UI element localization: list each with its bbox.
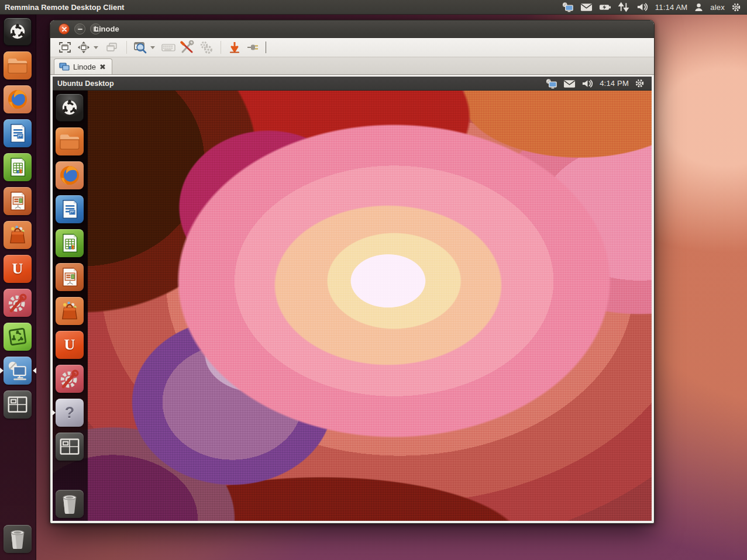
window-minimize-button[interactable]: [74, 23, 85, 34]
remmina-running-arrow: [0, 368, 4, 374]
trash-icon: [56, 490, 84, 518]
remmina-toolbar: [50, 38, 654, 57]
launcher-item-remmina[interactable]: [4, 357, 33, 386]
ubuntu-one-letter: U: [64, 336, 75, 354]
system-settings-icon: [56, 365, 84, 393]
remote-panel-title: Ubuntu Desktop: [53, 79, 114, 88]
launcher-item-firefox[interactable]: [4, 85, 33, 115]
host-unity-launcher: U: [0, 15, 36, 560]
volume-indicator-icon[interactable]: [581, 78, 594, 89]
launcher-item-workspace-switcher[interactable]: [4, 390, 33, 420]
trash-icon: [4, 525, 32, 553]
firefox-icon: [56, 161, 84, 189]
remote-desktop-indicator-icon[interactable]: [545, 78, 557, 89]
files-folder-icon: [56, 127, 84, 155]
remote-wallpaper: [53, 91, 652, 522]
ubuntu-one-icon: U: [56, 331, 84, 359]
remote-indicator-tray: 4:14 PM: [545, 78, 652, 89]
remote-launcher-item-writer[interactable]: [56, 195, 85, 224]
unknown-app-icon: ?: [56, 399, 84, 427]
minimize-to-tray-button[interactable]: [226, 40, 243, 56]
duplicate-connection-button[interactable]: [103, 40, 121, 56]
ubuntu-dash-icon: [56, 94, 84, 122]
scaled-mode-button[interactable]: [75, 40, 92, 56]
keyboard-grab-button[interactable]: [160, 40, 177, 56]
remote-launcher-item-unknown-app[interactable]: ?: [56, 399, 85, 428]
remote-launcher-item-files[interactable]: [56, 127, 85, 157]
launcher-item-software-updater[interactable]: [4, 323, 33, 352]
network-traffic-indicator-icon[interactable]: [618, 2, 630, 12]
tools-button[interactable]: [178, 40, 196, 56]
screenshot-magnifier-button[interactable]: [132, 40, 149, 56]
host-username[interactable]: alex: [710, 3, 725, 12]
remote-launcher-item-impress[interactable]: [56, 263, 85, 292]
remote-unity-launcher: U ?: [53, 91, 88, 522]
question-mark-glyph: ?: [65, 404, 75, 422]
mail-indicator-icon[interactable]: [580, 2, 593, 12]
connection-tabbar: Linode ✖: [50, 57, 654, 75]
user-indicator-icon[interactable]: [694, 2, 704, 12]
remote-desktop-indicator-icon[interactable]: [562, 2, 574, 12]
remote-launcher-item-software-center[interactable]: [56, 297, 85, 326]
software-updater-icon: [4, 323, 32, 351]
libreoffice-writer-icon: [56, 195, 84, 223]
active-app-title: Remmina Remote Desktop Client: [0, 3, 124, 12]
launcher-item-dash[interactable]: [4, 18, 33, 47]
scaled-mode-menu-caret[interactable]: [94, 46, 98, 49]
software-center-bag-icon: [56, 297, 84, 325]
launcher-item-software-center[interactable]: [4, 221, 33, 250]
libreoffice-calc-icon: [4, 153, 32, 181]
workspace-switcher-icon: [4, 390, 32, 419]
launcher-item-system-settings[interactable]: [4, 289, 33, 318]
software-center-bag-icon: [4, 221, 32, 249]
tab-linode[interactable]: Linode ✖: [54, 58, 112, 74]
launcher-item-calc[interactable]: [4, 153, 33, 182]
ubuntu-dash-icon: [4, 18, 32, 46]
launcher-item-writer[interactable]: [4, 119, 33, 148]
remmina-focused-arrow: [33, 368, 36, 374]
libreoffice-calc-icon: [56, 229, 84, 257]
window-close-button[interactable]: [58, 23, 70, 34]
libreoffice-writer-icon: [4, 119, 32, 147]
launcher-item-files[interactable]: [4, 51, 33, 81]
tab-close-icon[interactable]: ✖: [99, 63, 106, 71]
window-titlebar[interactable]: Linode: [50, 20, 654, 38]
remote-launcher-item-calc[interactable]: [56, 229, 85, 258]
remote-launcher-item-firefox[interactable]: [56, 161, 85, 191]
launcher-item-impress[interactable]: [4, 187, 33, 216]
toolbar-text-cursor: [266, 42, 266, 53]
preferences-gears-button[interactable]: [197, 40, 215, 56]
files-folder-icon: [4, 51, 32, 79]
session-gear-icon[interactable]: [635, 78, 645, 88]
remote-top-panel: Ubuntu Desktop 4:14 PM: [53, 77, 652, 91]
remote-launcher-item-trash[interactable]: [56, 490, 85, 519]
host-top-panel: Remmina Remote Desktop Client 11:14 AM a…: [0, 0, 747, 15]
toolbar-separator: [126, 41, 127, 54]
host-indicator-tray: 11:14 AM alex: [562, 2, 747, 12]
tab-monitor-icon: [59, 63, 70, 71]
launcher-item-trash[interactable]: [4, 525, 33, 554]
ubuntu-one-letter: U: [12, 260, 23, 278]
workspace-switcher-icon: [56, 433, 84, 461]
tab-label: Linode: [73, 63, 96, 71]
session-gear-icon[interactable]: [731, 2, 741, 12]
remote-launcher-item-system-settings[interactable]: [56, 365, 85, 394]
mail-indicator-icon[interactable]: [563, 78, 576, 89]
remmina-icon: [4, 357, 32, 385]
remote-launcher-item-ubuntu-one[interactable]: U: [56, 331, 85, 360]
remote-launcher-item-workspace-switcher[interactable]: [56, 433, 85, 462]
remote-launcher-item-dash[interactable]: [56, 94, 85, 123]
screenshot-menu-caret[interactable]: [150, 46, 155, 49]
firefox-icon: [4, 85, 32, 113]
unknown-app-running-arrow: [52, 410, 56, 416]
fullscreen-button[interactable]: [56, 40, 74, 56]
remote-clock[interactable]: 4:14 PM: [600, 79, 629, 88]
toolbar-separator: [221, 41, 221, 54]
host-clock[interactable]: 11:14 AM: [655, 3, 688, 12]
system-settings-icon: [4, 289, 32, 317]
remote-desktop-view[interactable]: Ubuntu Desktop 4:14 PM: [51, 75, 653, 522]
launcher-item-ubuntu-one[interactable]: U: [4, 255, 33, 284]
volume-indicator-icon[interactable]: [636, 2, 649, 12]
battery-indicator-icon[interactable]: [599, 2, 611, 12]
disconnect-button[interactable]: [245, 40, 262, 56]
